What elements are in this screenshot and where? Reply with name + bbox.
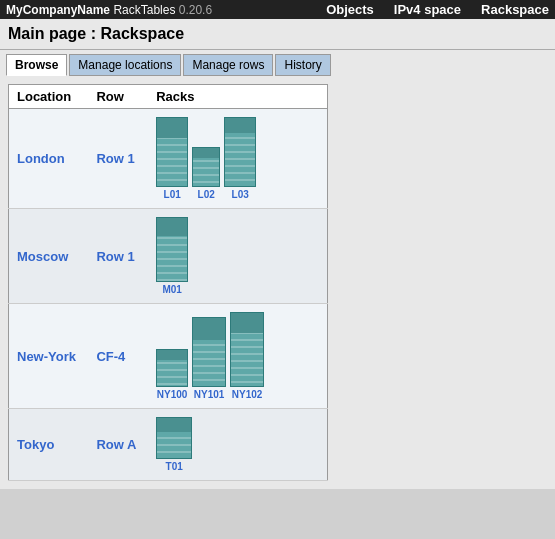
brand: MyCompanyName RackTables 0.20.6	[6, 3, 326, 17]
rack-visual	[224, 117, 256, 187]
rack-item[interactable]: NY101	[192, 317, 226, 400]
nav-links: Objects IPv4 space Rackspace	[326, 2, 549, 17]
cell-location: Tokyo	[9, 409, 89, 481]
rack-visual	[156, 117, 188, 187]
location-name[interactable]: Moscow	[17, 249, 68, 264]
rack-item[interactable]: L02	[192, 147, 220, 200]
cell-racks: L01L02L03	[148, 109, 327, 209]
tab-history[interactable]: History	[275, 54, 330, 76]
company-name: MyCompanyName	[6, 3, 110, 17]
cell-row: Row 1	[88, 109, 148, 209]
rack-visual	[192, 317, 226, 387]
col-header-row: Row	[88, 85, 148, 109]
rack-label: T01	[166, 461, 183, 472]
location-name[interactable]: London	[17, 151, 65, 166]
rack-visual	[156, 217, 188, 282]
nav-rackspace[interactable]: Rackspace	[481, 2, 549, 17]
racks-container: L01L02L03	[156, 117, 319, 200]
location-name[interactable]: New-York	[17, 349, 76, 364]
tab-manage-rows[interactable]: Manage rows	[183, 54, 273, 76]
rack-table: Location Row Racks LondonRow 1L01L02L03M…	[8, 84, 328, 481]
row-name[interactable]: CF-4	[96, 349, 125, 364]
rack-label: NY100	[157, 389, 188, 400]
racks-container: T01	[156, 417, 319, 472]
rack-label: M01	[162, 284, 181, 295]
rack-visual	[192, 147, 220, 187]
nav-objects[interactable]: Objects	[326, 2, 374, 17]
rack-item[interactable]: NY102	[230, 312, 264, 400]
cell-row: Row A	[88, 409, 148, 481]
rack-label: L02	[198, 189, 215, 200]
cell-location: London	[9, 109, 89, 209]
rack-label: NY101	[194, 389, 225, 400]
tab-bar: Browse Manage locations Manage rows Hist…	[0, 50, 555, 76]
rack-item[interactable]: T01	[156, 417, 192, 472]
racks-container: M01	[156, 217, 319, 295]
app-version: 0.20.6	[179, 3, 212, 17]
tab-browse[interactable]: Browse	[6, 54, 67, 76]
rack-item[interactable]: NY100	[156, 349, 188, 400]
main-content: Location Row Racks LondonRow 1L01L02L03M…	[0, 76, 555, 489]
rack-item[interactable]: M01	[156, 217, 188, 295]
table-row: MoscowRow 1M01	[9, 209, 328, 304]
nav-ipv4[interactable]: IPv4 space	[394, 2, 461, 17]
row-name[interactable]: Row 1	[96, 249, 134, 264]
row-name[interactable]: Row A	[96, 437, 136, 452]
col-header-location: Location	[9, 85, 89, 109]
racks-container: NY100NY101NY102	[156, 312, 319, 400]
cell-racks: T01	[148, 409, 327, 481]
cell-row: CF-4	[88, 304, 148, 409]
col-header-racks: Racks	[148, 85, 327, 109]
rack-label: NY102	[232, 389, 263, 400]
table-row: TokyoRow AT01	[9, 409, 328, 481]
table-row: LondonRow 1L01L02L03	[9, 109, 328, 209]
rack-label: L03	[232, 189, 249, 200]
top-navigation: MyCompanyName RackTables 0.20.6 Objects …	[0, 0, 555, 19]
cell-row: Row 1	[88, 209, 148, 304]
rack-item[interactable]: L01	[156, 117, 188, 200]
table-row: New-YorkCF-4NY100NY101NY102	[9, 304, 328, 409]
rack-visual	[156, 349, 188, 387]
rack-visual	[156, 417, 192, 459]
rack-visual	[230, 312, 264, 387]
cell-racks: M01	[148, 209, 327, 304]
cell-location: New-York	[9, 304, 89, 409]
cell-racks: NY100NY101NY102	[148, 304, 327, 409]
tab-manage-locations[interactable]: Manage locations	[69, 54, 181, 76]
cell-location: Moscow	[9, 209, 89, 304]
app-name: RackTables	[113, 3, 175, 17]
page-title: Main page : Rackspace	[0, 19, 555, 50]
location-name[interactable]: Tokyo	[17, 437, 54, 452]
rack-item[interactable]: L03	[224, 117, 256, 200]
row-name[interactable]: Row 1	[96, 151, 134, 166]
rack-label: L01	[164, 189, 181, 200]
